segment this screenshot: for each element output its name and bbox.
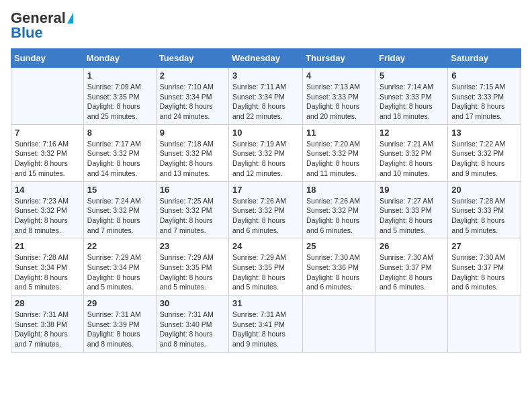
day-info: Sunrise: 7:13 AMSunset: 3:33 PMDaylight:… [306, 82, 372, 122]
calendar-cell: 6Sunrise: 7:15 AMSunset: 3:33 PMDaylight… [448, 68, 521, 125]
calendar-cell: 26Sunrise: 7:30 AMSunset: 3:37 PMDayligh… [375, 238, 447, 295]
day-info: Sunrise: 7:29 AMSunset: 3:35 PMDaylight:… [160, 253, 225, 292]
day-number: 25 [306, 241, 372, 251]
calendar-cell: 10Sunrise: 7:19 AMSunset: 3:32 PMDayligh… [229, 124, 303, 181]
calendar-table: SundayMondayTuesdayWednesdayThursdayFrid… [11, 48, 521, 353]
day-info: Sunrise: 7:15 AMSunset: 3:33 PMDaylight:… [451, 82, 517, 122]
day-number: 8 [87, 128, 152, 138]
day-info: Sunrise: 7:31 AMSunset: 3:38 PMDaylight:… [15, 310, 80, 349]
day-info: Sunrise: 7:25 AMSunset: 3:32 PMDaylight:… [160, 196, 225, 236]
day-info: Sunrise: 7:30 AMSunset: 3:37 PMDaylight:… [451, 253, 517, 292]
day-number: 11 [306, 128, 372, 138]
calendar-cell: 29Sunrise: 7:31 AMSunset: 3:39 PMDayligh… [83, 295, 156, 353]
day-number: 1 [87, 71, 152, 81]
calendar-cell: 12Sunrise: 7:21 AMSunset: 3:32 PMDayligh… [375, 124, 447, 181]
day-number: 13 [451, 128, 517, 138]
day-info: Sunrise: 7:14 AMSunset: 3:33 PMDaylight:… [380, 82, 444, 122]
day-number: 28 [15, 298, 80, 308]
col-header-thursday: Thursday [303, 49, 376, 68]
day-number: 30 [160, 298, 225, 308]
day-number: 14 [15, 185, 80, 195]
col-header-monday: Monday [83, 49, 156, 68]
day-info: Sunrise: 7:16 AMSunset: 3:32 PMDaylight:… [15, 139, 80, 179]
calendar-cell: 5Sunrise: 7:14 AMSunset: 3:33 PMDaylight… [375, 68, 447, 125]
day-number: 12 [380, 128, 444, 138]
day-number: 6 [451, 71, 517, 81]
day-number: 4 [306, 71, 372, 81]
day-number: 22 [87, 241, 152, 251]
day-info: Sunrise: 7:23 AMSunset: 3:32 PMDaylight:… [15, 196, 80, 236]
calendar-cell [375, 295, 447, 353]
logo: General Blue [11, 11, 73, 40]
logo-text-blue: Blue [11, 26, 43, 40]
calendar-cell: 19Sunrise: 7:27 AMSunset: 3:33 PMDayligh… [375, 181, 447, 238]
calendar-cell: 7Sunrise: 7:16 AMSunset: 3:32 PMDaylight… [11, 124, 84, 181]
calendar-week-5: 28Sunrise: 7:31 AMSunset: 3:38 PMDayligh… [11, 295, 521, 353]
day-info: Sunrise: 7:10 AMSunset: 3:34 PMDaylight:… [160, 82, 225, 122]
calendar-cell: 22Sunrise: 7:29 AMSunset: 3:34 PMDayligh… [83, 238, 156, 295]
day-number: 3 [232, 71, 299, 81]
calendar-cell [11, 68, 84, 125]
day-info: Sunrise: 7:29 AMSunset: 3:34 PMDaylight:… [87, 253, 152, 292]
logo-text-general: General [11, 11, 66, 26]
calendar-week-1: 1Sunrise: 7:09 AMSunset: 3:35 PMDaylight… [11, 68, 521, 125]
day-info: Sunrise: 7:20 AMSunset: 3:32 PMDaylight:… [306, 139, 372, 179]
calendar-cell: 1Sunrise: 7:09 AMSunset: 3:35 PMDaylight… [83, 68, 156, 125]
day-info: Sunrise: 7:21 AMSunset: 3:32 PMDaylight:… [380, 139, 444, 179]
day-number: 29 [87, 298, 152, 308]
calendar-cell: 20Sunrise: 7:28 AMSunset: 3:33 PMDayligh… [448, 181, 521, 238]
day-info: Sunrise: 7:31 AMSunset: 3:39 PMDaylight:… [87, 310, 152, 349]
calendar-cell: 28Sunrise: 7:31 AMSunset: 3:38 PMDayligh… [11, 295, 84, 353]
calendar-cell: 2Sunrise: 7:10 AMSunset: 3:34 PMDaylight… [156, 68, 228, 125]
day-info: Sunrise: 7:31 AMSunset: 3:41 PMDaylight:… [232, 310, 299, 349]
logo-triangle-icon [67, 13, 73, 24]
day-info: Sunrise: 7:22 AMSunset: 3:32 PMDaylight:… [451, 139, 517, 179]
day-number: 19 [380, 185, 444, 195]
calendar-cell: 15Sunrise: 7:24 AMSunset: 3:32 PMDayligh… [83, 181, 156, 238]
col-header-wednesday: Wednesday [229, 49, 303, 68]
calendar-cell: 23Sunrise: 7:29 AMSunset: 3:35 PMDayligh… [156, 238, 228, 295]
day-info: Sunrise: 7:17 AMSunset: 3:32 PMDaylight:… [87, 139, 152, 179]
calendar-cell: 16Sunrise: 7:25 AMSunset: 3:32 PMDayligh… [156, 181, 228, 238]
day-number: 31 [232, 298, 299, 308]
calendar-cell: 11Sunrise: 7:20 AMSunset: 3:32 PMDayligh… [303, 124, 376, 181]
day-number: 24 [232, 241, 299, 251]
day-info: Sunrise: 7:29 AMSunset: 3:35 PMDaylight:… [232, 253, 299, 292]
col-header-sunday: Sunday [11, 49, 84, 68]
calendar-cell: 14Sunrise: 7:23 AMSunset: 3:32 PMDayligh… [11, 181, 84, 238]
col-header-tuesday: Tuesday [156, 49, 228, 68]
calendar-week-4: 21Sunrise: 7:28 AMSunset: 3:34 PMDayligh… [11, 238, 521, 295]
day-number: 7 [15, 128, 80, 138]
day-number: 9 [160, 128, 225, 138]
day-info: Sunrise: 7:26 AMSunset: 3:32 PMDaylight:… [306, 196, 372, 236]
calendar-cell: 24Sunrise: 7:29 AMSunset: 3:35 PMDayligh… [229, 238, 303, 295]
day-info: Sunrise: 7:18 AMSunset: 3:32 PMDaylight:… [160, 139, 225, 179]
calendar-cell: 4Sunrise: 7:13 AMSunset: 3:33 PMDaylight… [303, 68, 376, 125]
page-header: General Blue [11, 11, 521, 40]
day-info: Sunrise: 7:24 AMSunset: 3:32 PMDaylight:… [87, 196, 152, 236]
day-info: Sunrise: 7:27 AMSunset: 3:33 PMDaylight:… [380, 196, 444, 236]
day-info: Sunrise: 7:30 AMSunset: 3:36 PMDaylight:… [306, 253, 372, 292]
day-info: Sunrise: 7:28 AMSunset: 3:34 PMDaylight:… [15, 253, 80, 292]
calendar-cell: 8Sunrise: 7:17 AMSunset: 3:32 PMDaylight… [83, 124, 156, 181]
calendar-cell: 21Sunrise: 7:28 AMSunset: 3:34 PMDayligh… [11, 238, 84, 295]
day-number: 10 [232, 128, 299, 138]
calendar-week-3: 14Sunrise: 7:23 AMSunset: 3:32 PMDayligh… [11, 181, 521, 238]
day-info: Sunrise: 7:11 AMSunset: 3:34 PMDaylight:… [232, 82, 299, 122]
calendar-cell: 17Sunrise: 7:26 AMSunset: 3:32 PMDayligh… [229, 181, 303, 238]
day-info: Sunrise: 7:19 AMSunset: 3:32 PMDaylight:… [232, 139, 299, 179]
day-info: Sunrise: 7:09 AMSunset: 3:35 PMDaylight:… [87, 82, 152, 122]
day-info: Sunrise: 7:28 AMSunset: 3:33 PMDaylight:… [451, 196, 517, 236]
calendar-cell: 30Sunrise: 7:31 AMSunset: 3:40 PMDayligh… [156, 295, 228, 353]
day-number: 23 [160, 241, 225, 251]
day-info: Sunrise: 7:31 AMSunset: 3:40 PMDaylight:… [160, 310, 225, 349]
col-header-friday: Friday [375, 49, 447, 68]
day-info: Sunrise: 7:26 AMSunset: 3:32 PMDaylight:… [232, 196, 299, 236]
day-number: 21 [15, 241, 80, 251]
day-number: 5 [380, 71, 444, 81]
calendar-cell: 25Sunrise: 7:30 AMSunset: 3:36 PMDayligh… [303, 238, 376, 295]
day-number: 26 [380, 241, 444, 251]
day-number: 27 [451, 241, 517, 251]
day-number: 15 [87, 185, 152, 195]
day-number: 2 [160, 71, 225, 81]
